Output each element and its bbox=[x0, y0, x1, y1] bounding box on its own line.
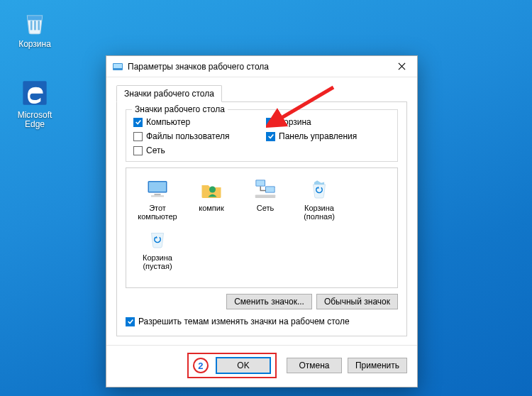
desktop-icon-label: Корзина bbox=[10, 40, 60, 49]
recycle-empty-icon bbox=[145, 226, 170, 252]
checkbox-label: Сеть bbox=[146, 145, 165, 155]
apply-button[interactable]: Применить bbox=[348, 358, 407, 373]
icon-preview-list[interactable]: Этот компьютер компик bbox=[126, 167, 398, 288]
cancel-button[interactable]: Отмена bbox=[287, 358, 342, 373]
checkbox-icon bbox=[266, 132, 275, 141]
checkbox-network[interactable]: Сеть bbox=[133, 145, 257, 155]
change-icon-button[interactable]: Сменить значок... bbox=[226, 294, 312, 309]
desktop-icon-label: Microsoft Edge bbox=[10, 111, 60, 129]
svg-point-10 bbox=[209, 187, 216, 193]
checkbox-recycle[interactable]: Корзина bbox=[266, 117, 390, 127]
checkbox-allow-themes[interactable]: Разрешить темам изменять значки на рабоч… bbox=[126, 317, 398, 326]
checkbox-icon bbox=[133, 146, 143, 155]
desktop-icon-settings-window: Параметры значков рабочего стола Значки … bbox=[106, 55, 418, 387]
checkbox-label: Панель управления bbox=[279, 131, 357, 141]
icon-label: Сеть bbox=[241, 204, 289, 212]
icon-item-network[interactable]: Сеть bbox=[240, 175, 291, 222]
icon-item-this-pc[interactable]: Этот компьютер bbox=[132, 175, 183, 222]
checkbox-icon bbox=[266, 118, 275, 127]
icon-item-recycle-full[interactable]: Корзина (полная) bbox=[294, 175, 345, 222]
icon-item-recycle-empty[interactable]: Корзина (пустая) bbox=[132, 225, 183, 272]
checkbox-label: Корзина bbox=[279, 117, 311, 127]
annotation-step-badge: 2 bbox=[193, 358, 209, 373]
recycle-bin-icon bbox=[20, 7, 50, 37]
checkbox-label: Файлы пользователя bbox=[146, 131, 229, 141]
tab-desktop-icons[interactable]: Значки рабочего стола bbox=[116, 85, 222, 102]
svg-rect-13 bbox=[256, 180, 265, 186]
checkbox-icon bbox=[133, 118, 143, 127]
desktop-icon-recycle-bin[interactable]: Корзина bbox=[10, 7, 60, 49]
svg-rect-14 bbox=[266, 187, 275, 192]
icon-item-user-folder[interactable]: компик bbox=[186, 175, 237, 222]
icon-label: Этот компьютер bbox=[133, 204, 182, 221]
svg-rect-15 bbox=[255, 195, 276, 199]
edge-icon bbox=[20, 78, 50, 108]
ok-button[interactable]: OK bbox=[216, 357, 271, 374]
annotation-step-highlight: 2 OK bbox=[187, 353, 277, 378]
svg-rect-9 bbox=[151, 195, 164, 197]
desktop-icons-group: Значки рабочего стола Компьютер Корзина … bbox=[126, 109, 398, 162]
this-pc-icon bbox=[145, 177, 170, 202]
icon-label: компик bbox=[187, 204, 235, 212]
user-folder-icon bbox=[199, 177, 224, 202]
dialog-button-row: 2 OK Отмена Применить bbox=[106, 345, 417, 387]
default-icon-button[interactable]: Обычный значок bbox=[316, 294, 398, 309]
icon-label: Корзина (полная) bbox=[295, 204, 343, 221]
checkbox-label: Разрешить темам изменять значки на рабоч… bbox=[138, 317, 350, 326]
checkbox-label: Компьютер bbox=[146, 117, 190, 127]
group-legend: Значки рабочего стола bbox=[132, 104, 228, 114]
window-icon bbox=[112, 61, 123, 72]
svg-rect-8 bbox=[155, 194, 161, 195]
network-icon bbox=[253, 177, 278, 202]
checkbox-control-panel[interactable]: Панель управления bbox=[266, 131, 390, 141]
desktop-icon-edge[interactable]: Microsoft Edge bbox=[10, 78, 60, 129]
svg-rect-2 bbox=[38, 21, 40, 30]
close-button[interactable] bbox=[386, 56, 417, 77]
checkbox-computer[interactable]: Компьютер bbox=[133, 117, 257, 127]
window-title: Параметры значков рабочего стола bbox=[128, 62, 386, 72]
checkbox-icon bbox=[133, 132, 143, 141]
svg-rect-5 bbox=[113, 64, 122, 68]
icon-label: Корзина (пустая) bbox=[133, 253, 182, 270]
titlebar: Параметры значков рабочего стола bbox=[106, 56, 417, 77]
svg-rect-7 bbox=[149, 182, 166, 192]
checkbox-icon bbox=[126, 317, 135, 326]
svg-rect-0 bbox=[31, 21, 33, 30]
recycle-full-icon bbox=[306, 177, 332, 202]
svg-rect-1 bbox=[34, 21, 36, 30]
checkbox-user-files[interactable]: Файлы пользователя bbox=[133, 131, 257, 141]
